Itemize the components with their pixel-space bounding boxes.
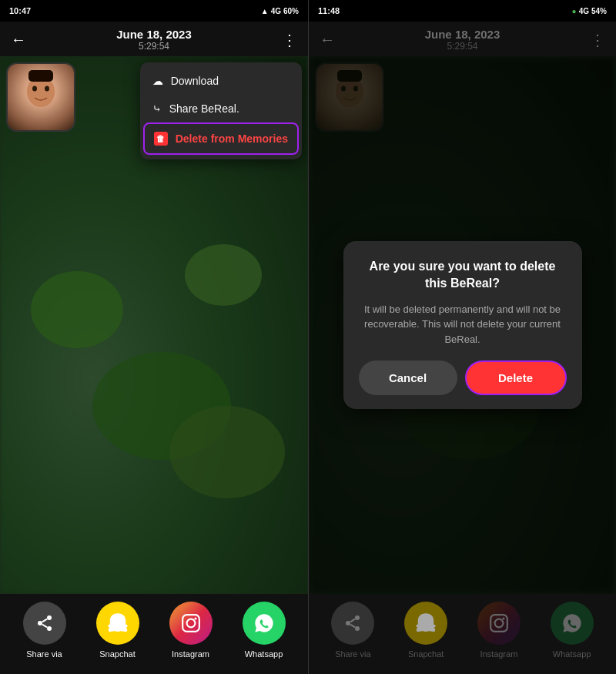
svg-line-19 (350, 619, 355, 622)
instagram-icon-circle (169, 602, 213, 645)
download-option[interactable]: ☁ Download (140, 67, 302, 95)
tree-4 (169, 406, 285, 498)
left-main-content: ☁ Download ⤷ Share BeReal. 🗑 Delete from… (0, 56, 308, 594)
snapchat-item[interactable]: Snapchat (96, 602, 139, 659)
whatsapp-item[interactable]: Whatsapp (243, 602, 286, 659)
back-button[interactable]: ← (11, 31, 26, 49)
svg-point-5 (38, 621, 42, 625)
selfie-face (8, 64, 74, 130)
right-time-sub: 5:29:54 (425, 41, 500, 52)
whatsapp-label: Whatsapp (245, 649, 283, 659)
right-status-icons: ● 4G 54% (572, 7, 607, 15)
left-top-bar: ← June 18, 2023 5:29:54 ⋮ (0, 22, 308, 56)
instagram-item[interactable]: Instagram (169, 602, 213, 659)
whatsapp-icon-circle (243, 602, 286, 645)
svg-point-16 (355, 615, 360, 620)
left-status-bar: 10:47 ▲ 4G 60% (0, 0, 308, 22)
dropdown-menu: ☁ Download ⤷ Share BeReal. 🗑 Delete from… (140, 62, 302, 159)
delete-confirm-dialog: Are you sure you want to delete this BeR… (343, 241, 582, 409)
dialog-buttons: Cancel Delete (359, 360, 567, 395)
right-snapchat-icon-circle (404, 602, 447, 645)
svg-point-6 (47, 626, 52, 631)
svg-line-7 (42, 619, 46, 622)
svg-rect-9 (182, 615, 199, 632)
signal-label: 4G (271, 7, 281, 15)
snapchat-label: Snapchat (99, 649, 135, 659)
right-date: June 18, 2023 (425, 28, 500, 41)
inset-photo (6, 62, 75, 132)
dialog-body: It will be deleted permanently and will … (359, 302, 567, 347)
left-time-sub: 5:29:54 (116, 41, 192, 52)
right-header-center: June 18, 2023 5:29:54 (425, 28, 500, 52)
left-share-row: Share via Snapchat Instagram (0, 594, 308, 674)
svg-rect-3 (28, 70, 53, 82)
right-time: 11:48 (318, 6, 340, 15)
share-via-icon-circle (23, 602, 66, 645)
right-wifi-icon: ● (572, 7, 577, 15)
right-share-via-item[interactable]: Share via (331, 602, 374, 659)
svg-point-4 (47, 615, 52, 620)
share-via-label: Share via (26, 649, 62, 659)
share-bereal-label: Share BeReal. (169, 102, 239, 115)
svg-point-10 (186, 619, 195, 628)
tree-3 (185, 244, 262, 306)
right-more-button[interactable]: ⋮ (590, 31, 605, 49)
svg-point-18 (355, 626, 360, 631)
delete-icon: 🗑 (154, 132, 168, 146)
right-whatsapp-item[interactable]: Whatsapp (551, 602, 594, 659)
download-label: Download (171, 75, 219, 87)
wifi-icon: ▲ (261, 7, 269, 15)
right-battery-label: 54% (591, 7, 607, 15)
left-panel: 10:47 ▲ 4G 60% ← June 18, 2023 5:29:54 ⋮ (0, 0, 308, 674)
cancel-button[interactable]: Cancel (359, 360, 457, 395)
right-status-bar: 11:48 ● 4G 54% (309, 0, 616, 22)
right-instagram-item[interactable]: Instagram (477, 602, 521, 659)
tree-1 (31, 271, 123, 348)
svg-line-20 (350, 625, 355, 628)
right-top-bar: ← June 18, 2023 5:29:54 ⋮ (309, 22, 616, 56)
svg-point-22 (494, 619, 503, 628)
delete-memories-option[interactable]: 🗑 Delete from Memories (143, 122, 299, 155)
dialog-overlay: Are you sure you want to delete this BeR… (309, 56, 616, 594)
right-snapchat-label: Snapchat (408, 649, 444, 659)
download-icon: ☁ (152, 75, 163, 87)
right-signal-label: 4G (579, 7, 589, 15)
svg-point-17 (346, 621, 350, 625)
right-whatsapp-icon-circle (551, 602, 594, 645)
svg-point-11 (194, 617, 196, 619)
share-bereal-option[interactable]: ⤷ Share BeReal. (140, 95, 302, 122)
share-bereal-icon: ⤷ (152, 102, 162, 115)
svg-rect-21 (490, 615, 507, 632)
instagram-label: Instagram (172, 649, 209, 659)
right-instagram-label: Instagram (480, 649, 517, 659)
share-via-item[interactable]: Share via (23, 602, 66, 659)
svg-point-23 (502, 617, 504, 619)
svg-point-1 (32, 86, 37, 92)
right-back-button[interactable]: ← (320, 31, 335, 49)
right-share-row: Share via Snapchat Instagram (309, 594, 616, 674)
svg-line-8 (42, 625, 46, 628)
left-header-center: June 18, 2023 5:29:54 (116, 28, 192, 52)
right-whatsapp-label: Whatsapp (553, 649, 591, 659)
snapchat-icon-circle (96, 602, 139, 645)
left-time: 10:47 (9, 6, 31, 15)
right-instagram-icon-circle (477, 602, 521, 645)
left-more-button[interactable]: ⋮ (282, 31, 297, 49)
right-panel: 11:48 ● 4G 54% ← June 18, 2023 5:29:54 ⋮ (308, 0, 616, 674)
dialog-title: Are you sure you want to delete this BeR… (359, 258, 567, 293)
left-status-icons: ▲ 4G 60% (261, 7, 299, 15)
delete-confirm-button[interactable]: Delete (465, 360, 567, 395)
svg-point-2 (45, 86, 49, 92)
right-snapchat-item[interactable]: Snapchat (404, 602, 447, 659)
right-share-via-icon-circle (331, 602, 374, 645)
left-date: June 18, 2023 (116, 28, 192, 41)
battery-label: 60% (283, 7, 299, 15)
delete-label: Delete from Memories (176, 132, 288, 145)
right-share-via-label: Share via (335, 649, 370, 659)
right-main-content: Are you sure you want to delete this BeR… (309, 56, 616, 594)
